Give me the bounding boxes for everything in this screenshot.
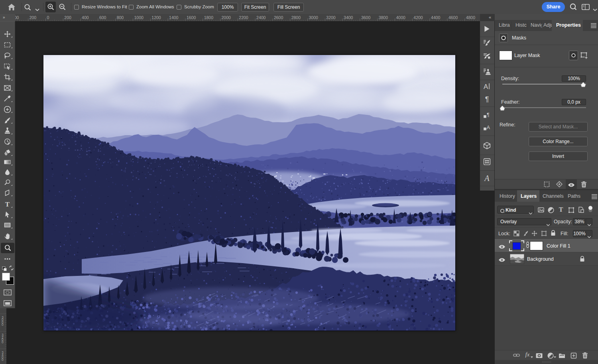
svg-text:3400: 3400 — [344, 15, 353, 20]
svg-text:A: A — [487, 125, 490, 130]
svg-text:1400: 1400 — [169, 15, 179, 20]
svg-text:2600: 2600 — [274, 15, 283, 20]
svg-text:4000: 4000 — [396, 15, 406, 20]
svg-text:0: 0 — [2, 340, 4, 344]
svg-text:¶: ¶ — [487, 112, 490, 118]
svg-text:400: 400 — [15, 15, 19, 20]
svg-text:3600: 3600 — [361, 15, 371, 20]
svg-text:3000: 3000 — [309, 15, 319, 20]
svg-text:4600: 4600 — [448, 15, 458, 20]
svg-text:T: T — [5, 201, 10, 208]
svg-text:2400: 2400 — [256, 15, 266, 20]
svg-text:0: 0 — [47, 15, 49, 20]
svg-text:A: A — [484, 83, 488, 91]
svg-text:4400: 4400 — [431, 15, 441, 20]
svg-text:2200: 2200 — [239, 15, 248, 20]
svg-text:0: 0 — [2, 323, 4, 327]
svg-text:200: 200 — [64, 15, 71, 20]
svg-text:fx: fx — [525, 352, 530, 358]
svg-text:4200: 4200 — [413, 15, 423, 20]
svg-text:200: 200 — [30, 15, 37, 20]
svg-text:2000: 2000 — [222, 15, 231, 20]
svg-text:A: A — [484, 175, 490, 182]
svg-text:1600: 1600 — [187, 15, 196, 20]
svg-text:1000: 1000 — [134, 15, 144, 20]
svg-text:¶: ¶ — [485, 96, 489, 103]
svg-text:600: 600 — [99, 15, 106, 20]
svg-text:400: 400 — [82, 15, 89, 20]
svg-text:1200: 1200 — [151, 15, 161, 20]
svg-text:2800: 2800 — [291, 15, 301, 20]
svg-text:3800: 3800 — [379, 15, 388, 20]
svg-text:0: 0 — [2, 358, 4, 362]
svg-text:800: 800 — [117, 15, 124, 20]
svg-text:1800: 1800 — [204, 15, 214, 20]
svg-text:3200: 3200 — [326, 15, 336, 20]
svg-text:T: T — [559, 207, 563, 213]
svg-text:4800: 4800 — [466, 15, 476, 20]
